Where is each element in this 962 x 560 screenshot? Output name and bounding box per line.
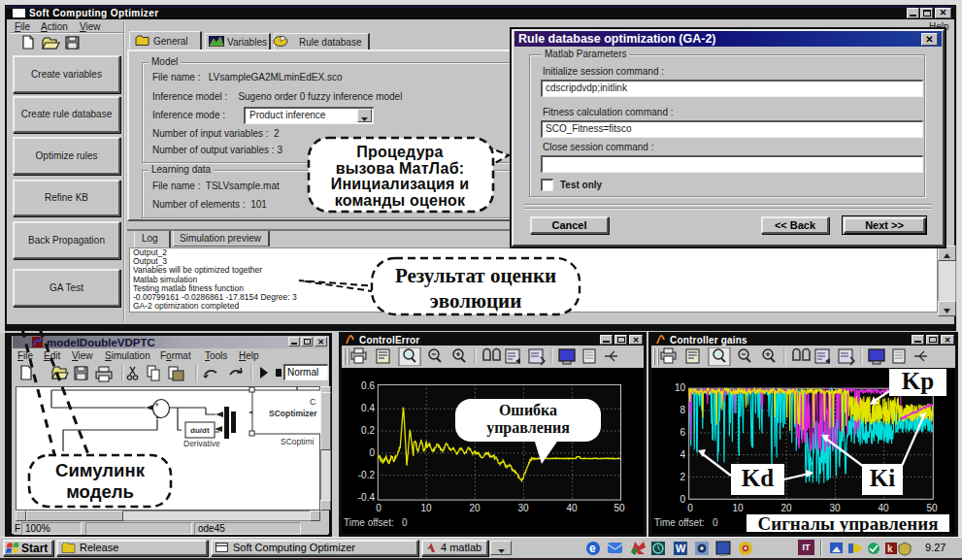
svg-text:Time offset: 0: Time offset: 0 (654, 517, 718, 528)
svg-text:4: 4 (680, 449, 685, 460)
svg-text:50: 50 (926, 503, 938, 513)
svg-text:0: 0 (369, 447, 375, 458)
svg-text:0: 0 (687, 503, 693, 513)
svg-text:W: W (676, 543, 686, 554)
svg-text:C: C (310, 397, 316, 407)
svg-text:30: 30 (517, 503, 529, 513)
svg-text:SCoptimi: SCoptimi (281, 437, 315, 446)
svg-text:10: 10 (675, 382, 686, 393)
svg-text:40: 40 (566, 503, 578, 513)
svg-text:-0.2: -0.2 (358, 470, 376, 480)
svg-text:0.4: 0.4 (361, 403, 375, 413)
svg-text:0.6: 0.6 (361, 380, 375, 391)
svg-text:8: 8 (680, 405, 685, 415)
svg-text:-0.4: -0.4 (358, 492, 376, 503)
svg-text:10: 10 (420, 503, 432, 513)
svg-text:k: k (887, 544, 893, 554)
svg-text:30: 30 (829, 503, 841, 513)
svg-text:e: e (589, 542, 596, 555)
svg-text:6: 6 (680, 427, 685, 438)
svg-text:SCoptimizer: SCoptimizer (269, 409, 317, 418)
svg-text:20: 20 (469, 503, 481, 513)
svg-text:20: 20 (780, 503, 792, 513)
svg-text:2: 2 (680, 472, 685, 482)
svg-text:Time offset: 0: Time offset: 0 (344, 517, 408, 528)
svg-text:0: 0 (376, 503, 381, 513)
svg-text:0: 0 (680, 494, 685, 505)
svg-text:50: 50 (614, 503, 625, 513)
svg-text:40: 40 (878, 503, 889, 513)
svg-text:0.2: 0.2 (361, 425, 375, 436)
svg-text:10: 10 (732, 503, 744, 513)
